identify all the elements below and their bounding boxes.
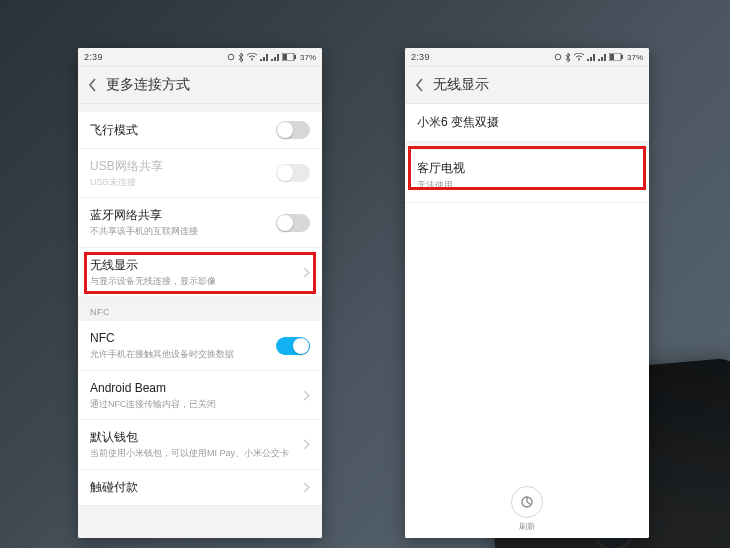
svg-rect-3 [294, 55, 296, 59]
row-nfc[interactable]: NFC 允许手机在接触其他设备时交换数据 [78, 321, 322, 370]
svg-rect-8 [621, 55, 623, 59]
header-bar: 无线显示 [405, 67, 649, 104]
status-icons: 37% [554, 53, 643, 62]
bluetooth-icon [565, 53, 571, 62]
status-time: 2:39 [411, 52, 430, 62]
divider [405, 142, 649, 150]
row-sublabel: 通过NFC连接传输内容，已关闭 [90, 399, 296, 411]
row-android-beam[interactable]: Android Beam 通过NFC连接传输内容，已关闭 [78, 371, 322, 420]
signal-1-icon [587, 53, 595, 61]
chevron-right-icon [296, 482, 310, 493]
refresh-label: 刷新 [519, 521, 535, 532]
wifi-icon [574, 53, 584, 61]
battery-icon [282, 53, 296, 61]
row-label: 飞行模式 [90, 122, 276, 139]
row-default-wallet[interactable]: 默认钱包 当前使用小米钱包，可以使用MI Pay、小米公交卡 [78, 420, 322, 469]
section-label-nfc: NFC [78, 297, 322, 321]
wifi-icon [247, 53, 257, 61]
page-title: 更多连接方式 [106, 76, 316, 94]
switch-knob [277, 122, 293, 138]
row-label: Android Beam [90, 380, 296, 397]
signal-2-icon [271, 53, 279, 61]
sync-icon [227, 53, 235, 61]
refresh-control[interactable]: 刷新 [405, 486, 649, 532]
settings-list: 飞行模式 USB网络共享 USB未连接 蓝牙网络共享 不共享该手机的互联网连接 … [78, 104, 322, 538]
row-wireless-display[interactable]: 无线显示 与显示设备无线连接，显示影像 [78, 248, 322, 297]
row-usb-tether: USB网络共享 USB未连接 [78, 149, 322, 198]
chevron-left-icon [88, 78, 98, 92]
row-bluetooth-tether[interactable]: 蓝牙网络共享 不共享该手机的互联网连接 [78, 198, 322, 247]
bluetooth-icon [238, 53, 244, 62]
refresh-icon [520, 495, 534, 509]
row-sublabel: 当前使用小米钱包，可以使用MI Pay、小米公交卡 [90, 448, 296, 460]
svg-rect-9 [610, 54, 614, 60]
page-title: 无线显示 [433, 76, 643, 94]
row-label: NFC [90, 330, 276, 347]
local-device-label: 小米6 变焦双摄 [405, 104, 649, 142]
row-label: 触碰付款 [90, 479, 296, 496]
refresh-button[interactable] [511, 486, 543, 518]
switch-bt-tether[interactable] [276, 214, 310, 232]
signal-2-icon [598, 53, 606, 61]
chevron-right-icon [296, 439, 310, 450]
battery-percent: 37% [300, 53, 316, 62]
row-sublabel: 与显示设备无线连接，显示影像 [90, 276, 296, 288]
status-time: 2:39 [84, 52, 103, 62]
status-bar: 2:39 37% [78, 48, 322, 67]
chevron-left-icon [415, 78, 425, 92]
back-button[interactable] [80, 67, 106, 103]
phone-right: 2:39 37% 无线显示 小米6 变焦双摄 客厅电视 无法使用 [405, 48, 649, 538]
switch-knob [277, 165, 293, 181]
sync-icon [554, 53, 562, 61]
switch-usb-tether [276, 164, 310, 182]
wireless-display-screen: 小米6 变焦双摄 客厅电视 无法使用 刷新 [405, 104, 649, 538]
remote-device-status: 无法使用 [417, 179, 637, 192]
switch-nfc[interactable] [276, 337, 310, 355]
status-icons: 37% [227, 53, 316, 62]
chevron-right-icon [296, 267, 310, 278]
row-tap-pay[interactable]: 触碰付款 [78, 470, 322, 506]
signal-1-icon [260, 53, 268, 61]
svg-point-6 [578, 59, 580, 61]
svg-point-5 [555, 54, 561, 60]
battery-icon [609, 53, 623, 61]
row-sublabel: USB未连接 [90, 177, 276, 189]
remote-device-row[interactable]: 客厅电视 无法使用 [405, 150, 649, 203]
svg-rect-4 [283, 54, 287, 60]
row-airplane-mode[interactable]: 飞行模式 [78, 112, 322, 149]
row-label: 默认钱包 [90, 429, 296, 446]
svg-point-0 [228, 54, 234, 60]
row-sublabel: 允许手机在接触其他设备时交换数据 [90, 349, 276, 361]
switch-knob [277, 215, 293, 231]
switch-airplane[interactable] [276, 121, 310, 139]
row-label: USB网络共享 [90, 158, 276, 175]
battery-percent: 37% [627, 53, 643, 62]
remote-device-title: 客厅电视 [417, 160, 637, 177]
status-bar: 2:39 37% [405, 48, 649, 67]
switch-knob [293, 338, 309, 354]
row-label: 蓝牙网络共享 [90, 207, 276, 224]
row-sublabel: 不共享该手机的互联网连接 [90, 226, 276, 238]
svg-point-1 [251, 59, 253, 61]
row-label: 无线显示 [90, 257, 296, 274]
chevron-right-icon [296, 390, 310, 401]
phone-left: 2:39 37% 更多连接方式 飞行模式 USB网络共享 USB未连接 [78, 48, 322, 538]
back-button[interactable] [407, 67, 433, 103]
header-bar: 更多连接方式 [78, 67, 322, 104]
